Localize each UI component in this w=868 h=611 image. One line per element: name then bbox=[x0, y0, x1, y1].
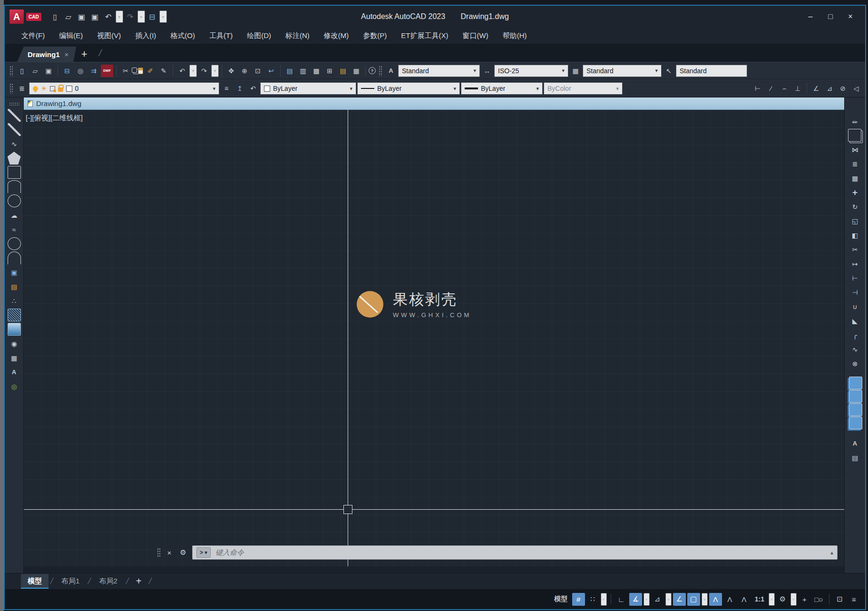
annotation-update-icon[interactable]: ▤ bbox=[848, 451, 862, 464]
help-icon[interactable]: ? bbox=[369, 67, 376, 74]
measure-angle-icon[interactable]: ∠ bbox=[810, 82, 822, 95]
match-properties-icon[interactable]: ✐ bbox=[144, 65, 156, 77]
undo-dropdown-icon[interactable]: ▾ bbox=[189, 65, 197, 77]
command-close-icon[interactable]: × bbox=[165, 549, 174, 557]
table-style-select[interactable]: Standard ▾ bbox=[583, 65, 662, 77]
ellipse-arc[interactable] bbox=[8, 252, 21, 264]
toolbar-grip[interactable] bbox=[10, 83, 13, 94]
layer-select[interactable]: ☀ 0 ▾ bbox=[29, 82, 219, 95]
redo-dropdown-icon[interactable]: ▾ bbox=[137, 10, 145, 23]
layer-previous-icon[interactable]: ↶ bbox=[247, 82, 259, 95]
zoom-realtime-icon[interactable]: ⊕ bbox=[238, 65, 251, 77]
block-editor-icon[interactable]: ✎ bbox=[157, 65, 170, 77]
mleader-style-select[interactable]: Standard bbox=[676, 65, 747, 77]
command-prompt-button[interactable]: > ▾ bbox=[196, 547, 211, 558]
construction-line[interactable] bbox=[8, 123, 21, 136]
linetype-select[interactable]: ByLayer ▾ bbox=[357, 82, 460, 95]
tab-layout1[interactable]: 布局1 bbox=[55, 574, 86, 589]
annotation-autoscale-icon[interactable]: Λ bbox=[723, 593, 736, 606]
grid-display-icon[interactable]: # bbox=[572, 593, 585, 606]
send-under-objects[interactable] bbox=[849, 417, 862, 429]
tool-palettes-icon[interactable]: ▩ bbox=[310, 65, 322, 77]
move-icon[interactable]: + bbox=[848, 186, 862, 199]
scale-icon[interactable]: ◱ bbox=[848, 214, 862, 227]
dim-style-select[interactable]: ISO-25 ▾ bbox=[494, 65, 568, 77]
blend-curves-icon[interactable]: ∿ bbox=[848, 343, 862, 356]
viewport-controls[interactable]: [-][俯视][二维线框] bbox=[26, 114, 83, 123]
toolbar-grip[interactable] bbox=[10, 66, 13, 76]
redo-dropdown-icon[interactable]: ▾ bbox=[211, 65, 219, 77]
open-file-icon[interactable]: ▱ bbox=[62, 10, 75, 23]
plot-icon[interactable]: ⊟ bbox=[61, 65, 73, 77]
annotation-scale-dropdown-icon[interactable]: ▾ bbox=[769, 593, 775, 606]
tab-model[interactable]: 模型 bbox=[21, 574, 49, 589]
mleader-style-icon[interactable]: ↖ bbox=[663, 65, 675, 77]
region-icon[interactable]: ◉ bbox=[8, 337, 21, 350]
minimize-button[interactable]: – bbox=[802, 10, 819, 23]
workspace-switching-icon[interactable]: ⚙ bbox=[776, 593, 789, 606]
save-file-icon[interactable]: ▣ bbox=[42, 65, 55, 77]
snap-mode-icon[interactable]: ∷ bbox=[586, 593, 599, 606]
text-style-icon[interactable]: A bbox=[385, 65, 397, 77]
markup-set-manager-icon[interactable]: ▤ bbox=[337, 65, 349, 77]
sheet-set-manager-icon[interactable]: ⊞ bbox=[323, 65, 336, 77]
circle[interactable] bbox=[8, 194, 21, 207]
dim-linear-icon[interactable]: ⊢ bbox=[751, 82, 764, 95]
hatch[interactable] bbox=[8, 309, 21, 321]
zoom-window-icon[interactable]: ⊡ bbox=[252, 65, 264, 77]
revision-cloud-icon[interactable]: ☁ bbox=[8, 209, 21, 222]
pan-realtime-icon[interactable]: ✥ bbox=[225, 65, 237, 77]
break-at-point-icon[interactable]: ⊢ bbox=[848, 272, 862, 284]
rectangle[interactable] bbox=[8, 166, 21, 179]
mirror-icon[interactable]: ⋈ bbox=[848, 143, 862, 156]
undo-icon[interactable]: ↶ bbox=[102, 10, 115, 23]
polar-tracking-icon[interactable]: ∡ bbox=[629, 593, 642, 606]
customization-menu-icon[interactable]: ≡ bbox=[848, 593, 860, 606]
redo-icon[interactable]: ↷ bbox=[198, 65, 210, 77]
bring-above-objects[interactable] bbox=[849, 403, 862, 416]
designcenter-icon[interactable]: ▥ bbox=[297, 65, 309, 77]
erase-icon[interactable]: ✏ bbox=[848, 116, 862, 128]
send-to-back[interactable] bbox=[849, 390, 862, 403]
menu-express[interactable]: ET扩展工具(X) bbox=[394, 29, 455, 43]
customization-plus-icon[interactable]: + bbox=[798, 593, 811, 606]
menu-window[interactable]: 窗口(W) bbox=[455, 29, 495, 43]
command-history-toggle-icon[interactable]: ▴ bbox=[830, 549, 833, 556]
save-as-icon[interactable]: ▣ bbox=[89, 10, 101, 23]
annotation-visibility-icon[interactable]: Λ bbox=[709, 593, 722, 606]
annotation-scale-value[interactable]: 1:1 bbox=[752, 593, 767, 606]
menu-format[interactable]: 格式(O) bbox=[163, 29, 202, 43]
object-snap-tracking-icon[interactable]: ∠ bbox=[673, 593, 686, 606]
arc[interactable] bbox=[8, 180, 21, 193]
multiline-text-icon[interactable]: A bbox=[8, 366, 21, 378]
polygon[interactable] bbox=[8, 152, 21, 165]
workspace-dropdown-icon[interactable]: ▾ bbox=[790, 593, 797, 606]
isometric-drafting-icon[interactable]: ⊿ bbox=[651, 593, 664, 606]
table-icon[interactable]: ▦ bbox=[8, 351, 21, 364]
model-space-toggle[interactable]: 模型 bbox=[552, 593, 571, 606]
plot-icon[interactable]: ⊟ bbox=[146, 10, 158, 23]
donut-icon[interactable]: ◎ bbox=[8, 380, 21, 393]
clean-screen-icon[interactable]: ⊡ bbox=[833, 593, 846, 606]
paste-from-clipboard[interactable] bbox=[138, 68, 143, 74]
layer-properties-icon[interactable]: ≣ bbox=[16, 82, 28, 95]
quick-access-menu-icon[interactable]: ▾ bbox=[159, 10, 167, 23]
fillet-icon[interactable]: ╭ bbox=[848, 329, 862, 341]
stretch-icon[interactable]: ◧ bbox=[848, 229, 862, 242]
array-icon[interactable]: ▦ bbox=[848, 172, 862, 184]
create-block-icon[interactable]: ▤ bbox=[8, 280, 21, 293]
rotate-icon[interactable]: ↻ bbox=[848, 200, 862, 213]
measure-triangle-icon[interactable]: ◁ bbox=[850, 82, 862, 95]
isolate-objects-icon[interactable]: □○ bbox=[812, 593, 825, 606]
properties-palette-icon[interactable]: ▤ bbox=[283, 65, 296, 77]
bring-to-front[interactable] bbox=[849, 377, 862, 389]
object-color-select[interactable]: ByLayer ▾ bbox=[260, 82, 356, 95]
export-dwf-icon[interactable]: DWF bbox=[101, 65, 113, 77]
join-icon[interactable]: ∪ bbox=[848, 300, 862, 313]
new-drawing-button[interactable]: + bbox=[76, 47, 92, 62]
dim-anchor-icon[interactable]: ⊥ bbox=[791, 82, 804, 95]
command-customize-icon[interactable]: ⚙ bbox=[178, 548, 188, 557]
snap-mode-dropdown-icon[interactable]: ▾ bbox=[601, 593, 607, 606]
copy-to-clipboard[interactable] bbox=[132, 68, 137, 73]
drawing-canvas[interactable]: [-][俯视][二维线框] 果核剥壳 WWW.GHXI.COM bbox=[24, 110, 844, 566]
